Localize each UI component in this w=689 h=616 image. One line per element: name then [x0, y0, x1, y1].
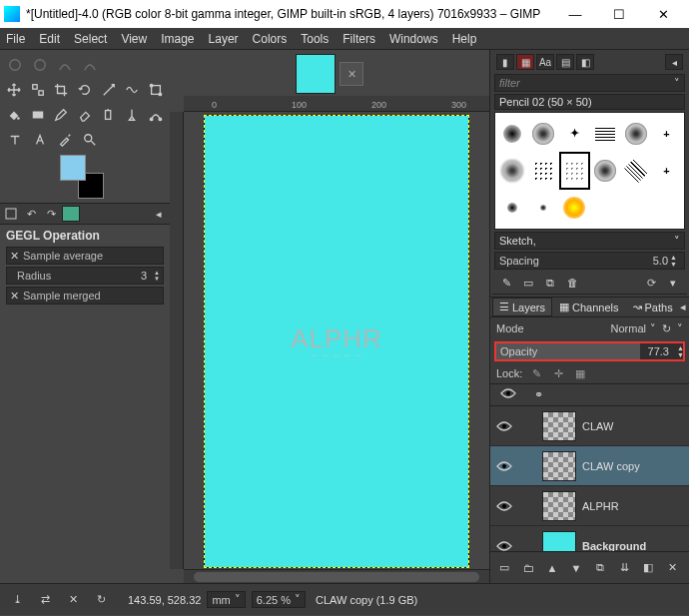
- menu-help[interactable]: Help: [452, 32, 477, 46]
- layer-visibility-toggle[interactable]: [494, 501, 514, 511]
- brush-cell[interactable]: [590, 152, 621, 189]
- brushes-tab[interactable]: ▮: [496, 54, 514, 70]
- raise-layer-icon[interactable]: ▲: [542, 559, 562, 577]
- sample-merged-checkbox[interactable]: ✕: [7, 290, 21, 303]
- radius-row[interactable]: Radius 3 ▲▼: [6, 267, 164, 285]
- brush-cell[interactable]: [620, 190, 651, 227]
- close-image-button[interactable]: ✕: [340, 62, 363, 86]
- minimize-button[interactable]: —: [553, 0, 597, 28]
- image-thumbnail[interactable]: [296, 54, 336, 94]
- color-swatches[interactable]: [60, 155, 104, 199]
- brush-edit-icon[interactable]: ✎: [496, 274, 516, 292]
- layer-name[interactable]: CLAW copy: [582, 460, 685, 472]
- brush-cell[interactable]: [620, 115, 651, 152]
- gradient-tool[interactable]: [28, 104, 49, 126]
- layer-group-icon[interactable]: 🗀: [518, 559, 538, 577]
- layer-name[interactable]: Background: [582, 540, 685, 552]
- canvas-page[interactable]: ALPHR ～～～～～: [205, 116, 468, 567]
- brush-cell[interactable]: +: [651, 115, 682, 152]
- zoom-select[interactable]: 6.25 %˅: [252, 591, 306, 608]
- brush-cell-selected[interactable]: [559, 152, 590, 189]
- layer-row[interactable]: CLAW copy: [490, 446, 689, 486]
- rotate-tool[interactable]: [75, 79, 96, 101]
- crop-tool[interactable]: [51, 79, 72, 101]
- close-button[interactable]: ✕: [641, 0, 685, 28]
- layer-thumbnail[interactable]: [542, 451, 576, 481]
- radius-spinner[interactable]: ▲▼: [151, 270, 163, 282]
- layer-row[interactable]: ALPHR: [490, 486, 689, 526]
- opacity-spinner[interactable]: ▲▼: [673, 344, 683, 358]
- menu-view[interactable]: View: [121, 32, 147, 46]
- tab-paths[interactable]: ↝Paths: [626, 298, 680, 316]
- duplicate-layer-icon[interactable]: ⧉: [590, 559, 610, 577]
- bucket-tool[interactable]: [4, 104, 25, 126]
- text-tool[interactable]: [4, 129, 26, 151]
- clone-tool[interactable]: [98, 104, 119, 126]
- brush-cell[interactable]: [528, 152, 559, 189]
- history-tab[interactable]: ▤: [556, 54, 574, 70]
- lock-position-icon[interactable]: ✛: [550, 365, 566, 381]
- brush-refresh-icon[interactable]: ⟳: [641, 274, 661, 292]
- handle-tool[interactable]: [145, 79, 166, 101]
- brush-tag-filter[interactable]: Sketch,˅: [494, 232, 685, 250]
- dock-tab-undo[interactable]: ↷: [42, 206, 60, 222]
- lower-layer-icon[interactable]: ▼: [566, 559, 586, 577]
- brush-cell[interactable]: [590, 190, 621, 227]
- menu-tools[interactable]: Tools: [301, 32, 329, 46]
- layer-row[interactable]: Background: [490, 526, 689, 551]
- sample-merged-row[interactable]: ✕ Sample merged: [6, 287, 164, 305]
- ruler-horizontal[interactable]: 0 100 200 300: [184, 96, 489, 112]
- smudge-tool[interactable]: [122, 104, 143, 126]
- menu-layer[interactable]: Layer: [209, 32, 239, 46]
- lock-pixels-icon[interactable]: ✎: [528, 365, 544, 381]
- layer-thumbnail[interactable]: [542, 491, 576, 521]
- brush-cell[interactable]: [620, 152, 651, 189]
- brush-cell[interactable]: [497, 152, 528, 189]
- layer-name[interactable]: ALPHR: [582, 500, 685, 512]
- save-icon[interactable]: ⤓: [6, 590, 28, 610]
- gradient-tab[interactable]: ◧: [576, 54, 594, 70]
- lock-alpha-icon[interactable]: ▦: [572, 365, 588, 381]
- brush-filter-input[interactable]: filter ˅: [494, 74, 685, 92]
- text-tool-a[interactable]: [29, 129, 51, 151]
- layer-visibility-toggle[interactable]: [494, 541, 514, 551]
- menu-edit[interactable]: Edit: [39, 32, 60, 46]
- link-icon[interactable]: ⚭: [528, 388, 548, 401]
- brush-grid[interactable]: ✦ + +: [494, 112, 685, 230]
- brush-cell[interactable]: [590, 115, 621, 152]
- tab-channels[interactable]: ▦Channels: [552, 298, 625, 316]
- menu-file[interactable]: File: [6, 32, 25, 46]
- fg-color-swatch[interactable]: [60, 155, 86, 181]
- dock-tab-images[interactable]: [62, 206, 80, 222]
- sample-average-row[interactable]: ✕ Sample average: [6, 247, 164, 265]
- menu-image[interactable]: Image: [161, 32, 194, 46]
- sample-average-checkbox[interactable]: ✕: [7, 250, 21, 263]
- layer-row[interactable]: CLAW: [490, 406, 689, 446]
- brush-cell[interactable]: [528, 190, 559, 227]
- brush-cell[interactable]: [497, 190, 528, 227]
- dock-menu-right[interactable]: ◂: [665, 54, 683, 70]
- dock-menu-button[interactable]: ◂: [680, 301, 687, 313]
- mask-layer-icon[interactable]: ◧: [638, 559, 658, 577]
- canvas-viewport[interactable]: ALPHR ～～～～～: [184, 112, 489, 569]
- dock-tab-options[interactable]: [2, 206, 20, 222]
- layer-thumbnail[interactable]: [542, 411, 576, 441]
- mode-select[interactable]: Normal˅: [611, 322, 656, 335]
- brush-cell[interactable]: [651, 190, 682, 227]
- maximize-button[interactable]: ☐: [597, 0, 641, 28]
- transform-tool[interactable]: [98, 79, 119, 101]
- radius-value[interactable]: 3: [137, 270, 151, 282]
- brush-cell[interactable]: [497, 115, 528, 152]
- dock-menu-button[interactable]: ◂: [150, 206, 168, 222]
- cancel-icon[interactable]: ✕: [62, 590, 84, 610]
- brush-del-icon[interactable]: 🗑: [562, 274, 582, 292]
- brush-new-icon[interactable]: ▭: [518, 274, 538, 292]
- delete-layer-icon[interactable]: ✕: [662, 559, 682, 577]
- brush-cell[interactable]: [528, 115, 559, 152]
- brush-cell[interactable]: ✦: [559, 115, 590, 152]
- menu-filters[interactable]: Filters: [343, 32, 375, 46]
- layer-thumbnail[interactable]: [542, 531, 576, 552]
- ruler-vertical[interactable]: [170, 112, 184, 569]
- pencil-tool[interactable]: [51, 104, 72, 126]
- opacity-slider[interactable]: Opacity 77.3 ▲▼: [494, 341, 685, 361]
